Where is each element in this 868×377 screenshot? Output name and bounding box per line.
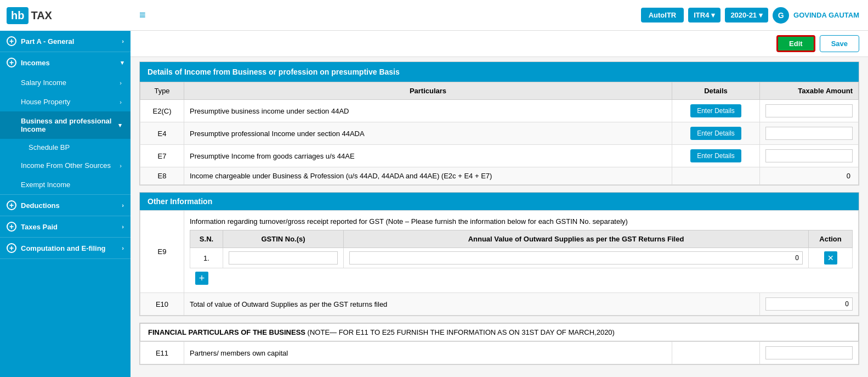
business-income-section: Details of Income from Business or profe… xyxy=(139,61,859,185)
topbar-left: ≡ xyxy=(139,9,155,21)
e10-value-cell xyxy=(760,293,859,316)
section-title: Details of Income from Business or profe… xyxy=(140,62,859,82)
sidebar-item-computation[interactable]: + Computation and E-filing › xyxy=(0,238,131,258)
arrow-icon-taxes: › xyxy=(122,223,124,230)
save-button[interactable]: Save xyxy=(820,35,859,52)
row-amount-2[interactable] xyxy=(760,145,859,167)
amount-input-1[interactable] xyxy=(765,127,853,140)
logo-hb: hb xyxy=(7,7,29,24)
e10-description-cell: Total of value of Outward Supplies as pe… xyxy=(184,293,760,316)
e9-description: Information regarding turnover/gross rec… xyxy=(190,215,853,230)
financial-section: FINANCIAL PARTICULARS OF THE BUSINESS (N… xyxy=(139,323,859,365)
e11-value-input[interactable] xyxy=(765,346,853,359)
e10-value-input[interactable] xyxy=(765,297,853,311)
row-type-0: E2(C) xyxy=(140,100,184,122)
year-button[interactable]: 2020-21 ▾ xyxy=(725,8,768,22)
sidebar-label-business: Business and professional Income xyxy=(21,117,118,133)
e11-details-cell xyxy=(672,342,760,364)
action-bar: Edit Save xyxy=(131,31,868,57)
sidebar-item-taxes[interactable]: + Taxes Paid › xyxy=(0,216,131,237)
arrow-icon-part-a: › xyxy=(122,38,124,44)
plus-icon-incomes: + xyxy=(7,58,16,67)
amount-input-0[interactable] xyxy=(765,104,853,117)
sidebar-item-incomes[interactable]: + Incomes ▾ xyxy=(0,52,131,73)
sidebar: hb TAX + Part A - General › + Incomes ▾ … xyxy=(0,0,131,377)
e10-label-cell: E10 xyxy=(140,293,184,316)
sidebar-label-salary: Salary Income xyxy=(21,78,66,87)
edit-button[interactable]: Edit xyxy=(776,35,815,52)
e9-label-cell: E9 xyxy=(140,211,184,293)
topbar: ≡ AutoITR ITR4 ▾ 2020-21 ▾ G GOVINDA GAU… xyxy=(131,0,868,31)
table-row: E7Presumptive Income from goods carriage… xyxy=(140,145,859,167)
gst-delete-btn-0[interactable]: ✕ xyxy=(824,251,837,265)
sidebar-label-incomes: Incomes xyxy=(21,59,50,67)
logo: hb TAX xyxy=(0,0,131,31)
row-particulars-2: Presumptive Income from goods carriages … xyxy=(184,145,672,167)
col-type: Type xyxy=(140,82,184,100)
autoitr-button[interactable]: AutoITR xyxy=(641,8,684,22)
sidebar-label-part-a: Part A - General xyxy=(21,37,74,46)
row-details-2: Enter Details xyxy=(672,145,760,167)
other-info-title: Other Information xyxy=(140,193,859,210)
gst-annual-0 xyxy=(344,248,809,268)
col-taxable-amount: Taxable Amount xyxy=(760,82,859,100)
arrow-icon-salary: › xyxy=(120,80,122,86)
arrow-icon-deductions: › xyxy=(122,202,124,209)
hamburger-icon[interactable]: ≡ xyxy=(139,9,146,21)
gst-table: S.N. GSTIN No.(s) Annual Value of Outwar… xyxy=(190,230,853,268)
amount-input-2[interactable] xyxy=(765,149,853,162)
enter-details-btn-1[interactable]: Enter Details xyxy=(690,127,741,140)
enter-details-btn-0[interactable]: Enter Details xyxy=(690,104,741,117)
gst-gstin-input-0[interactable] xyxy=(229,251,338,265)
financial-header: FINANCIAL PARTICULARS OF THE BUSINESS (N… xyxy=(140,323,859,341)
col-particulars: Particulars xyxy=(184,82,672,100)
sidebar-label-income-other: Income From Other Sources xyxy=(21,161,111,170)
col-details: Details xyxy=(672,82,760,100)
gst-col-gstin: GSTIN No.(s) xyxy=(223,230,344,248)
sidebar-item-salary[interactable]: Salary Income › xyxy=(0,73,131,92)
sidebar-item-business[interactable]: Business and professional Income ▾ xyxy=(0,111,131,139)
sidebar-label-computation: Computation and E-filing xyxy=(21,244,106,252)
row-amount-3: 0 xyxy=(760,167,859,185)
sidebar-item-part-a[interactable]: + Part A - General › xyxy=(0,31,131,52)
sidebar-item-schedule-bp[interactable]: Schedule BP xyxy=(0,139,131,156)
row-particulars-0: Presumptive business income under sectio… xyxy=(184,100,672,122)
enter-details-btn-2[interactable]: Enter Details xyxy=(690,149,741,162)
arrow-icon-incomes: ▾ xyxy=(121,59,124,66)
sidebar-section-incomes: + Incomes ▾ Salary Income › House Proper… xyxy=(0,52,131,195)
gst-sn-0: 1. xyxy=(190,248,223,268)
row-amount-0[interactable] xyxy=(760,100,859,122)
other-info-section: Other Information E9 Information regardi… xyxy=(139,192,859,316)
sidebar-item-exempt[interactable]: Exempt Income xyxy=(0,175,131,194)
gst-table-row: 1.✕ xyxy=(190,248,853,268)
user-name: GOVINDA GAUTAM xyxy=(793,11,859,19)
row-details-3 xyxy=(672,167,760,185)
add-gst-row-button[interactable]: + xyxy=(195,272,208,285)
e11-row: E11 Partners/ members own capital xyxy=(140,342,859,364)
sidebar-section-part-a: + Part A - General › xyxy=(0,31,131,52)
sidebar-item-deductions[interactable]: + Deductions › xyxy=(0,195,131,216)
row-particulars-3: Income chargeable under Business & Profe… xyxy=(184,167,672,185)
logo-tax: TAX xyxy=(31,9,52,22)
row-amount-1[interactable] xyxy=(760,122,859,145)
itr4-label: ITR4 xyxy=(694,11,709,19)
plus-icon-computation: + xyxy=(7,243,16,253)
arrow-icon-house: › xyxy=(120,99,122,105)
year-label: 2020-21 xyxy=(730,11,757,19)
sidebar-item-house[interactable]: House Property › xyxy=(0,92,131,111)
e9-content-cell: Information regarding turnover/gross rec… xyxy=(184,211,859,293)
sidebar-item-income-other[interactable]: Income From Other Sources › xyxy=(0,156,131,175)
itr4-button[interactable]: ITR4 ▾ xyxy=(688,8,721,22)
topbar-right: AutoITR ITR4 ▾ 2020-21 ▾ G GOVINDA GAUTA… xyxy=(641,7,859,24)
sidebar-label-schedule-bp: Schedule BP xyxy=(29,143,70,151)
gst-col-sn: S.N. xyxy=(190,230,223,248)
gst-annual-input-0[interactable] xyxy=(349,251,803,265)
year-dropdown-arrow: ▾ xyxy=(759,11,763,19)
other-info-table: E9 Information regarding turnover/gross … xyxy=(140,210,859,316)
e11-label-cell: E11 xyxy=(140,342,184,364)
row-particulars-1: Presumptive professional Income under se… xyxy=(184,122,672,145)
main-area: ≡ AutoITR ITR4 ▾ 2020-21 ▾ G GOVINDA GAU… xyxy=(131,0,868,377)
table-row: E8Income chargeable under Business & Pro… xyxy=(140,167,859,185)
gst-action-0: ✕ xyxy=(809,248,853,268)
sidebar-section-deductions: + Deductions › xyxy=(0,195,131,216)
